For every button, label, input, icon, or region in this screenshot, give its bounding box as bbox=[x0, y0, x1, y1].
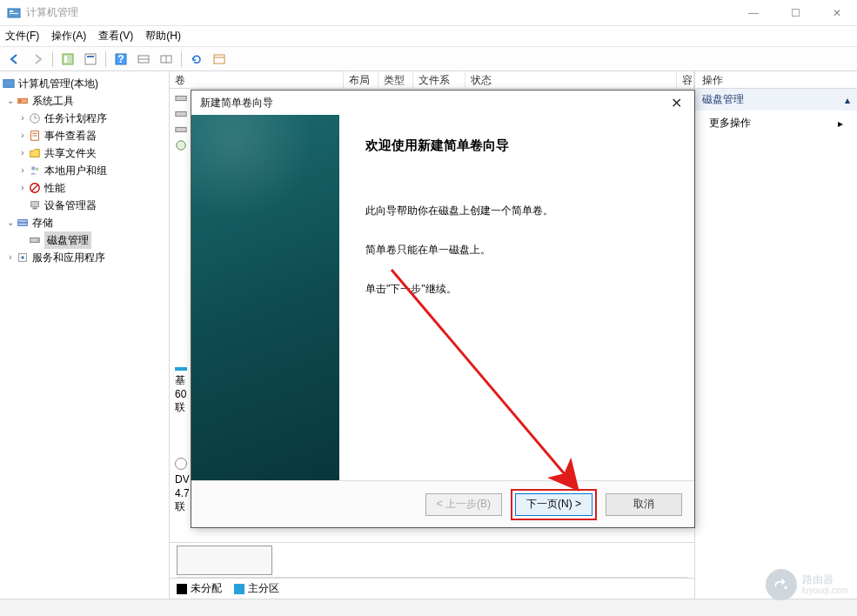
svg-point-24 bbox=[31, 166, 35, 170]
tree-local-users[interactable]: ›本地用户和组 bbox=[2, 162, 167, 179]
svg-text:?: ? bbox=[117, 53, 124, 65]
expand-icon[interactable]: › bbox=[17, 110, 28, 127]
svg-rect-29 bbox=[32, 208, 37, 210]
watermark-subtext: luyouqi.com bbox=[802, 586, 848, 595]
forward-button[interactable] bbox=[28, 50, 47, 69]
menu-action[interactable]: 操作(A) bbox=[51, 29, 86, 44]
maximize-button[interactable]: ☐ bbox=[782, 4, 808, 22]
tree-storage[interactable]: ⌄存储 bbox=[2, 214, 167, 231]
back-button[interactable] bbox=[5, 50, 24, 69]
wizard-close-button[interactable]: ✕ bbox=[667, 95, 686, 111]
svg-rect-5 bbox=[85, 54, 96, 64]
minimize-button[interactable]: — bbox=[740, 4, 767, 22]
col-type[interactable]: 类型 bbox=[378, 71, 413, 88]
svg-rect-4 bbox=[64, 56, 67, 63]
tree-event-viewer[interactable]: ›事件查看器 bbox=[2, 127, 167, 144]
svg-rect-30 bbox=[18, 220, 28, 224]
actions-panel: 操作 磁盘管理 ▴ 更多操作 ▸ bbox=[695, 71, 857, 599]
watermark-icon bbox=[766, 569, 797, 600]
tree-device-manager[interactable]: 设备管理器 bbox=[2, 197, 167, 214]
tree-root[interactable]: 计算机管理(本地) bbox=[2, 75, 167, 92]
watermark-text: 路由器 bbox=[802, 574, 848, 586]
svg-point-25 bbox=[36, 168, 39, 171]
svg-line-27 bbox=[32, 185, 38, 191]
disk-legend: 未分配 主分区 bbox=[170, 578, 694, 599]
expand-icon[interactable]: ⌄ bbox=[5, 214, 16, 231]
wizard-button-row: < 上一步(B) 下一页(N) > 取消 bbox=[191, 480, 694, 527]
svg-point-17 bbox=[19, 100, 22, 103]
svg-point-33 bbox=[37, 239, 39, 241]
expand-icon[interactable]: › bbox=[17, 179, 28, 197]
actions-header: 操作 bbox=[695, 71, 857, 89]
col-status[interactable]: 状态 bbox=[465, 71, 677, 88]
more-actions-item[interactable]: 更多操作 ▸ bbox=[695, 110, 857, 136]
col-layout[interactable]: 布局 bbox=[344, 71, 378, 88]
expand-icon[interactable]: › bbox=[17, 162, 28, 179]
svg-rect-28 bbox=[31, 202, 39, 207]
expand-icon[interactable]: › bbox=[17, 144, 28, 162]
annotation-highlight: 下一页(N) > bbox=[511, 489, 597, 520]
legend-label-primary: 主分区 bbox=[248, 582, 279, 594]
wizard-back-button: < 上一步(B) bbox=[425, 493, 502, 516]
wizard-heading: 欢迎使用新建简单卷向导 bbox=[365, 137, 670, 154]
legend-swatch-primary bbox=[234, 584, 244, 594]
properties-button[interactable] bbox=[81, 50, 100, 69]
svg-point-35 bbox=[21, 256, 24, 259]
menu-file[interactable]: 文件(F) bbox=[5, 29, 39, 44]
app-icon bbox=[7, 6, 21, 20]
toolbar-separator bbox=[181, 51, 182, 67]
expand-icon[interactable]: ⌄ bbox=[5, 92, 16, 110]
status-bar bbox=[0, 599, 857, 616]
menu-bar: 文件(F) 操作(A) 查看(V) 帮助(H) bbox=[0, 26, 857, 47]
toolbar-separator bbox=[52, 51, 53, 67]
tree-shared-folders[interactable]: ›共享文件夹 bbox=[2, 144, 167, 162]
svg-rect-1 bbox=[10, 10, 13, 12]
tree-disk-management[interactable]: 磁盘管理 bbox=[2, 231, 167, 249]
svg-rect-6 bbox=[87, 56, 94, 57]
tree-task-scheduler[interactable]: ›任务计划程序 bbox=[2, 110, 167, 127]
wizard-content: 欢迎使用新建简单卷向导 此向导帮助你在磁盘上创建一个简单卷。 简单卷只能在单一磁… bbox=[339, 115, 694, 480]
collapse-icon: ▴ bbox=[845, 94, 850, 106]
svg-rect-3 bbox=[63, 54, 73, 64]
title-bar: 计算机管理 — ☐ ✕ bbox=[0, 0, 857, 26]
toolbar-separator bbox=[105, 51, 106, 67]
toolbar-icon-1[interactable] bbox=[134, 50, 153, 69]
svg-rect-13 bbox=[214, 55, 224, 64]
disk-info-peek-2: DV 4.7 联 bbox=[175, 458, 190, 514]
disk-info-peek-1: 基 60 联 bbox=[175, 367, 187, 415]
toolbar-icon-2[interactable] bbox=[157, 50, 176, 69]
refresh-button[interactable] bbox=[187, 50, 206, 69]
disk-map-area: 未分配 主分区 bbox=[170, 542, 694, 599]
legend-label-unallocated: 未分配 bbox=[191, 582, 222, 594]
navigation-tree: 计算机管理(本地) ⌄系统工具 ›任务计划程序 ›事件查看器 ›共享文件夹 ›本… bbox=[0, 71, 170, 599]
svg-rect-2 bbox=[10, 13, 18, 14]
expand-icon[interactable]: › bbox=[5, 249, 16, 266]
expand-icon[interactable]: › bbox=[17, 127, 28, 144]
new-simple-volume-wizard: 新建简单卷向导 ✕ 欢迎使用新建简单卷向导 此向导帮助你在磁盘上创建一个简单卷。… bbox=[191, 90, 695, 528]
submenu-arrow-icon: ▸ bbox=[838, 117, 843, 130]
legend-swatch-unallocated bbox=[177, 584, 187, 594]
wizard-text-2: 简单卷只能在单一磁盘上。 bbox=[365, 242, 670, 258]
window-title: 计算机管理 bbox=[26, 5, 740, 20]
actions-section-title[interactable]: 磁盘管理 ▴ bbox=[695, 89, 857, 110]
menu-view[interactable]: 查看(V) bbox=[98, 29, 133, 44]
tree-performance[interactable]: ›性能 bbox=[2, 179, 167, 197]
show-hide-tree-button[interactable] bbox=[58, 50, 77, 69]
tree-services[interactable]: ›服务和应用程序 bbox=[2, 249, 167, 266]
col-fs[interactable]: 文件系统 bbox=[413, 71, 465, 88]
help-button[interactable]: ? bbox=[111, 50, 131, 69]
close-button[interactable]: ✕ bbox=[824, 4, 850, 22]
col-cap[interactable]: 容 bbox=[677, 71, 694, 88]
svg-rect-31 bbox=[18, 223, 28, 226]
watermark: 路由器 luyouqi.com bbox=[766, 569, 848, 600]
wizard-sidebar-graphic bbox=[191, 115, 339, 480]
wizard-text-1: 此向导帮助你在磁盘上创建一个简单卷。 bbox=[365, 203, 670, 219]
wizard-next-button[interactable]: 下一页(N) > bbox=[515, 493, 593, 516]
svg-rect-15 bbox=[3, 80, 14, 88]
wizard-text-3: 单击"下一步"继续。 bbox=[365, 281, 670, 298]
svg-point-41 bbox=[784, 586, 787, 589]
tree-system-tools[interactable]: ⌄系统工具 bbox=[2, 92, 167, 110]
wizard-cancel-button[interactable]: 取消 bbox=[606, 493, 682, 516]
menu-help[interactable]: 帮助(H) bbox=[145, 29, 181, 44]
toolbar: ? bbox=[0, 47, 857, 71]
